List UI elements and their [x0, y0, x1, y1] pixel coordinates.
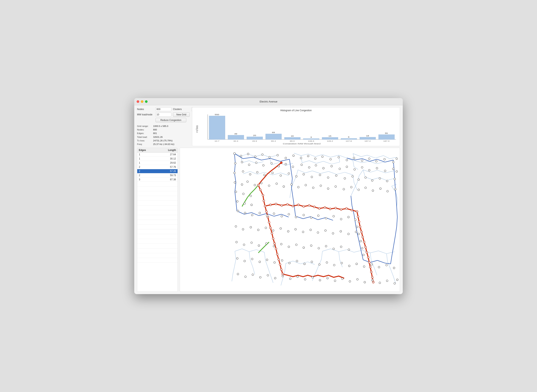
- svg-point-300: [298, 186, 299, 188]
- svg-text:10.7: 10.7: [215, 140, 219, 142]
- svg-point-464: [371, 279, 373, 281]
- svg-point-343: [329, 208, 331, 210]
- svg-point-463: [364, 281, 366, 283]
- svg-point-328: [278, 258, 280, 260]
- svg-point-330: [280, 268, 282, 271]
- cell-edges: 2: [139, 166, 162, 168]
- table-row[interactable]: 2 59.73: [137, 173, 177, 177]
- svg-point-407: [355, 231, 357, 233]
- svg-point-287: [371, 180, 373, 181]
- svg-point-304: [327, 188, 329, 189]
- svg-point-371: [251, 214, 253, 216]
- svg-point-250: [262, 164, 264, 166]
- close-button[interactable]: [137, 100, 139, 103]
- svg-point-408: [236, 241, 237, 243]
- svg-point-422: [340, 246, 342, 248]
- titlebar: Electric Avenue: [134, 98, 403, 105]
- graph-panel[interactable]: [180, 148, 400, 292]
- svg-point-378: [303, 214, 305, 216]
- svg-point-338: [303, 205, 305, 207]
- svg-text:15: 15: [328, 135, 332, 137]
- new-grid-button[interactable]: New Grid: [173, 112, 190, 117]
- svg-point-453: [289, 278, 291, 280]
- svg-point-282: [336, 175, 337, 176]
- svg-point-286: [365, 177, 366, 178]
- svg-point-437: [333, 264, 335, 266]
- svg-point-447: [244, 276, 246, 278]
- svg-point-234: [314, 158, 316, 159]
- clusters-label: Clusters: [173, 108, 190, 111]
- cell-edges: 1: [139, 157, 162, 160]
- svg-point-410: [251, 242, 252, 243]
- nodes-input[interactable]: [155, 107, 171, 111]
- svg-point-258: [322, 167, 324, 169]
- cell-edges: 1: [139, 161, 162, 164]
- svg-point-284: [352, 175, 354, 177]
- grid-range-label: Grid range:: [137, 124, 152, 128]
- svg-point-382: [333, 215, 334, 217]
- svg-point-450: [267, 274, 269, 276]
- bottom-panel: Edges Length 1 27.64 1 30.12 1 29.62: [134, 148, 403, 294]
- table-row[interactable]: 1 29.62: [137, 161, 177, 165]
- cell-length: 57.76: [162, 166, 176, 168]
- edges-table: Edges Length 1 27.64 1 30.12 1 29.62: [137, 148, 178, 292]
- left-controls: Nodes Clusters MW load/node New Grid Red…: [137, 107, 190, 146]
- main-window: Electric Avenue Nodes Clusters MW load/n…: [134, 98, 403, 294]
- minimize-button[interactable]: [141, 100, 143, 103]
- cell-edges: 3: [139, 178, 162, 181]
- table-row[interactable]: 2 57.76: [137, 165, 177, 169]
- mw-row: MW load/node New Grid: [137, 112, 190, 117]
- table-row-empty: [137, 210, 177, 215]
- svg-point-228: [269, 156, 270, 158]
- svg-text:69.4: 69.4: [271, 140, 276, 142]
- table-row-empty: [137, 215, 177, 220]
- table-row-empty: [137, 258, 177, 263]
- mw-input[interactable]: [155, 113, 171, 117]
- svg-point-389: [361, 247, 363, 249]
- svg-point-318: [264, 205, 266, 207]
- svg-point-409: [243, 244, 245, 246]
- maximize-button[interactable]: [145, 100, 148, 103]
- svg-point-329: [279, 264, 281, 266]
- svg-point-439: [348, 265, 350, 267]
- cell-edges: 2: [139, 170, 162, 173]
- svg-point-451: [274, 277, 276, 279]
- table-row-empty: [137, 244, 177, 248]
- svg-point-465: [379, 282, 381, 284]
- svg-point-436: [326, 261, 328, 263]
- svg-point-266: [384, 170, 386, 172]
- edges-info-value: 801: [153, 131, 157, 135]
- table-row-selected[interactable]: 2 57.26: [137, 169, 177, 173]
- svg-point-332: [270, 204, 271, 206]
- svg-point-445: [393, 267, 395, 269]
- svg-text:128.2: 128.2: [327, 140, 333, 142]
- reduce-congestion-button[interactable]: Reduce Congestion: [155, 118, 186, 122]
- svg-point-418: [310, 245, 312, 247]
- svg-point-416: [295, 244, 297, 246]
- table-row[interactable]: 1 27.64: [137, 153, 177, 157]
- svg-point-393: [250, 226, 252, 228]
- cell-edges: 2: [139, 174, 162, 177]
- svg-text:167.4: 167.4: [364, 140, 371, 142]
- svg-point-460: [341, 278, 343, 280]
- svg-point-367: [244, 203, 245, 204]
- svg-point-227: [261, 154, 263, 155]
- table-row[interactable]: 3 87.38: [137, 177, 177, 182]
- svg-point-345: [340, 209, 342, 210]
- svg-point-381: [325, 217, 327, 219]
- svg-point-312: [387, 190, 388, 192]
- svg-text:49.9: 49.9: [252, 140, 257, 142]
- svg-point-442: [371, 264, 373, 265]
- svg-point-428: [266, 259, 268, 261]
- svg-text:108.6: 108.6: [308, 140, 314, 142]
- nodes-info-value: 800: [153, 128, 157, 131]
- reduce-row: Reduce Congestion: [137, 118, 190, 122]
- svg-point-231: [293, 155, 294, 156]
- table-row-empty: [137, 229, 177, 234]
- svg-point-344: [335, 207, 337, 209]
- window-title: Electric Avenue: [260, 100, 277, 103]
- svg-point-248: [248, 164, 250, 166]
- histogram-title: Histogram of Line Congestion: [195, 109, 397, 112]
- svg-text:89.0: 89.0: [290, 140, 294, 142]
- table-row[interactable]: 1 30.12: [137, 157, 177, 161]
